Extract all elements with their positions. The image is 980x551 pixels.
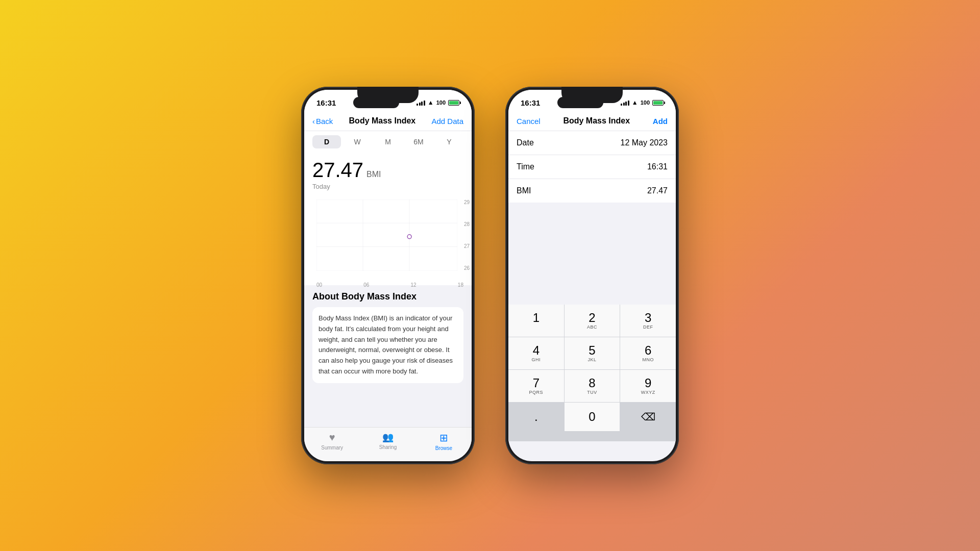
back-label: Back — [316, 117, 333, 126]
time-row[interactable]: Time 16:31 — [508, 155, 676, 179]
key-0[interactable]: 0 — [565, 403, 620, 431]
battery-label: 100 — [436, 99, 446, 106]
about-card: Body Mass Index (BMI) is an indicator of… — [312, 307, 463, 383]
tab-browse-label: Browse — [435, 445, 452, 451]
chart-x-06: 06 — [363, 282, 369, 288]
phone1-content: ‹ Back Body Mass Index Add Data D W M 6M… — [304, 111, 472, 461]
key-6[interactable]: 6 MNO — [620, 337, 676, 369]
phones-container: 16:31 ▲ 100 — [301, 87, 679, 464]
signal-icon — [416, 99, 425, 106]
numpad: 1 2 ABC 3 DEF 4 GHI — [508, 305, 676, 431]
modal-title: Body Mass Index — [563, 116, 630, 126]
phone1-screen: 16:31 ▲ 100 — [304, 90, 472, 461]
chart-x-00: 00 — [316, 282, 322, 288]
cancel-button[interactable]: Cancel — [517, 117, 541, 126]
chart-label-28: 28 — [457, 221, 470, 227]
delete-icon: ⌫ — [641, 412, 655, 422]
tab-sharing-label: Sharing — [379, 444, 397, 450]
browse-icon: ⊞ — [439, 432, 448, 444]
phone2-status-bar: 16:31 ▲ 100 — [508, 90, 676, 111]
phone2-signal-icon — [621, 99, 629, 106]
chevron-left-icon: ‹ — [312, 117, 315, 126]
bmi-value: 27.47 — [647, 186, 668, 195]
date-row[interactable]: Date 12 May 2023 — [508, 131, 676, 155]
filter-d[interactable]: D — [312, 135, 341, 148]
about-text: Body Mass Index (BMI) is an indicator of… — [318, 313, 457, 377]
key-4[interactable]: 4 GHI — [508, 337, 564, 369]
wifi-icon: ▲ — [428, 99, 434, 106]
key-9[interactable]: 9 WXYZ — [620, 370, 676, 402]
back-button[interactable]: ‹ Back — [312, 117, 333, 126]
phone2-screen: 16:31 ▲ 100 — [508, 90, 676, 461]
phone-2: 16:31 ▲ 100 — [505, 87, 679, 464]
time-value: 16:31 — [647, 162, 668, 171]
key-8[interactable]: 8 TUV — [565, 370, 620, 402]
phone2-dynamic-island — [557, 97, 603, 108]
tab-summary[interactable]: ♥ Summary — [304, 432, 360, 451]
date-label: Date — [517, 138, 534, 147]
chart-x-18: 18 — [458, 282, 463, 288]
heart-icon: ♥ — [329, 432, 335, 443]
filter-y[interactable]: Y — [435, 135, 463, 148]
chart-svg — [316, 199, 457, 271]
key-7[interactable]: 7 PQRS — [508, 370, 564, 402]
svg-point-8 — [407, 235, 411, 239]
phone2-battery-label: 100 — [641, 99, 650, 106]
chart-label-26: 26 — [457, 265, 470, 271]
filter-m[interactable]: M — [374, 135, 402, 148]
tab-browse[interactable]: ⊞ Browse — [416, 432, 472, 451]
status-bar: 16:31 ▲ 100 — [304, 90, 472, 111]
form-spacer — [508, 203, 676, 305]
time-label: Time — [517, 162, 534, 171]
nav-title: Body Mass Index — [349, 116, 416, 126]
filter-6m[interactable]: 6M — [404, 135, 433, 148]
status-icons: ▲ 100 — [416, 99, 459, 106]
key-1[interactable]: 1 — [508, 305, 564, 337]
bmi-main: 27.47 BMI — [312, 159, 463, 182]
time-filter: D W M 6M Y — [304, 131, 472, 153]
safe-area — [508, 431, 676, 441]
chart-label-29: 29 — [457, 199, 470, 205]
key-dot[interactable]: . — [508, 403, 564, 431]
bmi-value-section: 27.47 BMI Today — [304, 153, 472, 193]
delete-key[interactable]: ⌫ — [620, 403, 676, 431]
tab-summary-label: Summary — [321, 445, 343, 450]
bmi-label: BMI — [517, 186, 531, 195]
chart-label-27: 27 — [457, 243, 470, 249]
dynamic-island — [353, 97, 399, 108]
about-title: About Body Mass Index — [312, 291, 463, 302]
add-data-button[interactable]: Add Data — [431, 117, 463, 126]
phone-1: 16:31 ▲ 100 — [301, 87, 475, 464]
phone2-content: Cancel Body Mass Index Add Date 12 May 2… — [508, 111, 676, 461]
tab-bar: ♥ Summary 👥 Sharing ⊞ Browse — [304, 427, 472, 461]
phone2-battery-icon — [652, 100, 664, 106]
chart-container: 29 28 27 26 00 06 12 18 — [304, 193, 472, 285]
battery-icon — [448, 100, 459, 106]
modal-nav: Cancel Body Mass Index Add — [508, 111, 676, 131]
tab-sharing[interactable]: 👥 Sharing — [360, 432, 415, 451]
filter-w[interactable]: W — [343, 135, 372, 148]
date-value: 12 May 2023 — [620, 138, 668, 147]
form-section: Date 12 May 2023 Time 16:31 BMI 27.47 — [508, 131, 676, 203]
status-time: 16:31 — [316, 98, 336, 107]
phone2-status-time: 16:31 — [521, 98, 540, 107]
sharing-icon: 👥 — [382, 432, 394, 443]
key-5[interactable]: 5 JKL — [565, 337, 620, 369]
bmi-number: 27.47 — [312, 159, 363, 182]
add-button[interactable]: Add — [653, 117, 668, 126]
bmi-date: Today — [312, 183, 463, 190]
health-nav: ‹ Back Body Mass Index Add Data — [304, 111, 472, 131]
key-2[interactable]: 2 ABC — [565, 305, 620, 337]
about-section: About Body Mass Index Body Mass Index (B… — [304, 285, 472, 427]
chart-x-labels: 00 06 12 18 — [304, 282, 472, 288]
chart-x-12: 12 — [411, 282, 416, 288]
bmi-row[interactable]: BMI 27.47 — [508, 179, 676, 203]
phone2-status-icons: ▲ 100 — [621, 99, 664, 106]
phone2-wifi-icon: ▲ — [632, 99, 638, 106]
bmi-unit: BMI — [366, 170, 381, 179]
key-3[interactable]: 3 DEF — [620, 305, 676, 337]
